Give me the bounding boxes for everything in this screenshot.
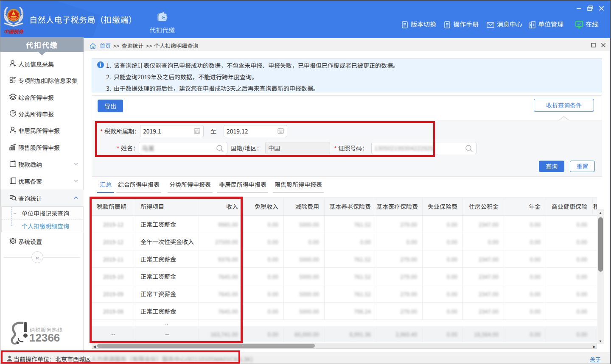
svg-text:中国税务: 中国税务 (4, 28, 24, 35)
